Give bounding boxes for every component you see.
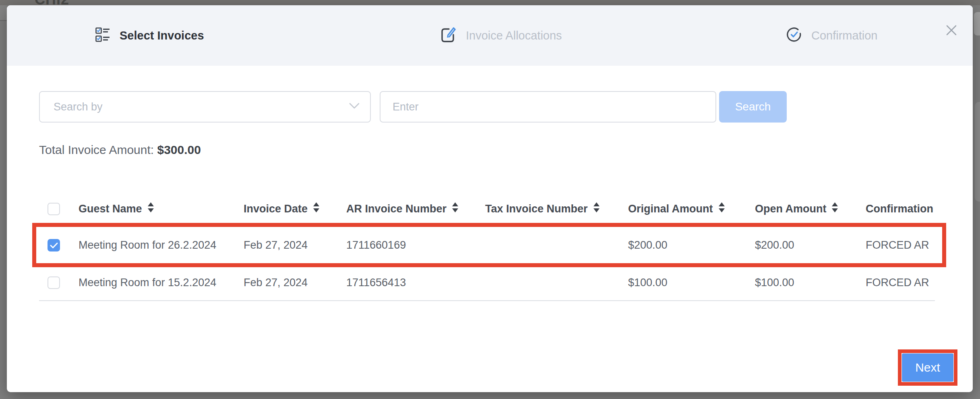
cell-invoice-date: Feb 27, 2024 bbox=[238, 239, 340, 251]
column-header-ar-invoice-number[interactable]: AR Invoice Number bbox=[340, 202, 479, 215]
step-confirmation-label: Confirmation bbox=[811, 29, 877, 42]
sort-icon[interactable] bbox=[148, 202, 154, 215]
total-invoice-amount: Total Invoice Amount: $300.00 bbox=[39, 143, 201, 157]
step-confirmation[interactable]: Confirmation bbox=[786, 5, 877, 66]
table-header-row: Guest Name Invoice Date AR Invoice Numbe… bbox=[39, 195, 935, 223]
invoice-wizard-modal: Select Invoices Invoice Allocations bbox=[7, 5, 973, 392]
step-select-invoices-label: Select Invoices bbox=[120, 29, 204, 42]
total-invoice-amount-value: $300.00 bbox=[157, 143, 201, 156]
search-term-input[interactable] bbox=[380, 91, 716, 123]
sort-icon[interactable] bbox=[832, 202, 838, 215]
next-button[interactable]: Next bbox=[902, 353, 953, 382]
cell-invoice-date: Feb 27, 2024 bbox=[238, 276, 340, 289]
invoices-table: Guest Name Invoice Date AR Invoice Numbe… bbox=[39, 195, 935, 301]
table-row[interactable]: Meeting Room for 26.2.2024 Feb 27, 2024 … bbox=[39, 226, 935, 265]
background-app-text: CHI2 bbox=[35, 0, 69, 5]
select-all-checkbox[interactable] bbox=[48, 203, 60, 215]
column-header-invoice-date[interactable]: Invoice Date bbox=[238, 202, 340, 215]
step-select-invoices[interactable]: Select Invoices bbox=[95, 5, 204, 66]
cell-open-amount: $100.00 bbox=[749, 276, 860, 289]
cell-guest-name: Meeting Room for 15.2.2024 bbox=[72, 276, 238, 289]
background-edge-shape-bottom bbox=[975, 102, 980, 202]
screen: CHI2 Select Inv bbox=[0, 0, 980, 399]
step-invoice-allocations[interactable]: Invoice Allocations bbox=[441, 5, 562, 66]
chevron-down-icon bbox=[349, 103, 360, 111]
cell-confirmation: FORCED AR bbox=[860, 276, 935, 289]
search-button[interactable]: Search bbox=[719, 91, 787, 123]
table-row[interactable]: Meeting Room for 15.2.2024 Feb 27, 2024 … bbox=[39, 265, 935, 301]
cell-ar-invoice-number: 1711660169 bbox=[340, 239, 479, 251]
check-circle-icon bbox=[786, 27, 802, 44]
checklist-icon bbox=[95, 27, 110, 44]
search-by-select[interactable]: Search by bbox=[39, 91, 371, 123]
cell-guest-name: Meeting Room for 26.2.2024 bbox=[72, 239, 238, 251]
step-invoice-allocations-label: Invoice Allocations bbox=[466, 29, 562, 42]
sort-icon[interactable] bbox=[313, 202, 319, 215]
cell-open-amount: $200.00 bbox=[749, 239, 860, 251]
column-header-tax-invoice-number[interactable]: Tax Invoice Number bbox=[479, 202, 622, 215]
total-invoice-amount-label: Total Invoice Amount: bbox=[39, 143, 157, 156]
background-left-band bbox=[0, 5, 7, 21]
background-app-strip: CHI2 bbox=[0, 0, 980, 5]
column-header-original-amount[interactable]: Original Amount bbox=[622, 202, 749, 215]
search-by-placeholder: Search by bbox=[54, 101, 103, 113]
column-header-open-amount[interactable]: Open Amount bbox=[749, 202, 860, 215]
cell-original-amount: $200.00 bbox=[622, 239, 749, 251]
sort-icon[interactable] bbox=[452, 202, 458, 215]
edit-icon bbox=[441, 27, 456, 44]
sort-icon[interactable] bbox=[593, 202, 600, 215]
cell-original-amount: $100.00 bbox=[622, 276, 749, 289]
sort-icon[interactable] bbox=[719, 202, 725, 215]
background-edge-shape-top bbox=[974, 12, 980, 35]
close-icon[interactable] bbox=[943, 22, 959, 38]
cell-ar-invoice-number: 1711656413 bbox=[340, 276, 479, 289]
wizard-steps-header: Select Invoices Invoice Allocations bbox=[7, 5, 973, 66]
column-header-guest-name[interactable]: Guest Name bbox=[72, 202, 238, 215]
cell-confirmation: FORCED AR bbox=[860, 239, 935, 251]
column-header-confirmation-number[interactable]: Confirmation Number bbox=[860, 203, 935, 215]
row-checkbox[interactable] bbox=[48, 276, 60, 289]
row-checkbox[interactable] bbox=[48, 239, 60, 251]
